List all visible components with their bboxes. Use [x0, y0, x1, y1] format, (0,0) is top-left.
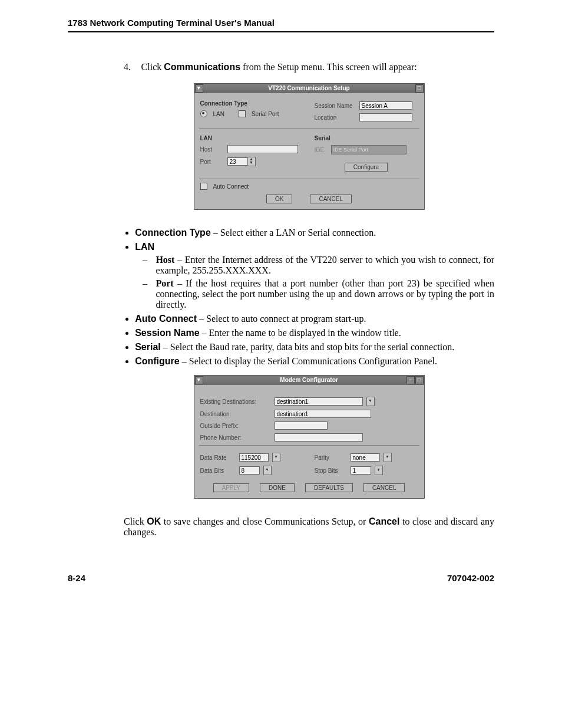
session-name-label: Session Name — [315, 103, 356, 109]
chevron-down-icon[interactable]: ▼ — [272, 453, 280, 462]
port-label: Port — [200, 159, 224, 165]
configure-button[interactable]: Configure — [345, 163, 388, 172]
list-item: LAN Host – Enter the Internet address of… — [135, 242, 494, 310]
list-item: Connection Type – Select either a LAN or… — [135, 228, 494, 238]
stop-bits-select[interactable] — [351, 466, 371, 475]
list-item: Session Name – Enter the name to be disp… — [135, 328, 494, 338]
radio-lan-label: LAN — [213, 111, 224, 117]
chevron-down-icon[interactable]: ▼ — [366, 397, 375, 406]
chevron-down-icon[interactable]: ▼ — [375, 466, 383, 475]
cancel-button[interactable]: CANCEL — [363, 483, 405, 492]
term: Connection Type — [135, 228, 211, 238]
definition: – Select to auto connect at program star… — [197, 314, 366, 324]
ok-button[interactable]: OK — [266, 195, 292, 203]
definition: – Enter the Internet address of the VT22… — [156, 255, 494, 275]
host-label: Host — [200, 146, 224, 153]
list-item: Port – If the host requires that a port … — [156, 278, 494, 310]
cancel-button[interactable]: CANCEL — [310, 195, 352, 203]
data-bits-select[interactable] — [239, 466, 260, 475]
screenshot-modem-configurator: ▾ Modem Configurator – □ Existing Destin… — [194, 375, 425, 499]
data-rate-label: Data Rate — [200, 454, 236, 461]
running-header: 1783 Network Computing Terminal User's M… — [68, 18, 494, 32]
step-line: 4. Click Communications from the Setup m… — [124, 62, 494, 73]
destination-label: Destination: — [200, 411, 271, 417]
term: Serial — [135, 342, 161, 352]
phone-number-label: Phone Number: — [200, 434, 271, 441]
term: LAN — [135, 242, 154, 252]
done-button[interactable]: DONE — [260, 483, 295, 492]
list-item: Serial – Select the Baud rate, parity, d… — [135, 342, 494, 353]
text: to save changes and close Communications… — [161, 516, 369, 526]
parity-select[interactable] — [351, 453, 380, 462]
stop-bits-label: Stop Bits — [315, 467, 347, 474]
window-title: Modem Configurator — [280, 377, 338, 383]
definition: – Select to display the Serial Communica… — [180, 356, 437, 366]
list-item: Host – Enter the Internet address of the… — [156, 255, 494, 276]
closing-paragraph: Click OK to save changes and close Commu… — [124, 516, 494, 538]
port-input[interactable] — [227, 157, 248, 166]
doc-number: 707042-002 — [447, 573, 494, 583]
defaults-button[interactable]: DEFAULTS — [305, 483, 353, 492]
term: Port — [156, 278, 173, 288]
term: Host — [156, 255, 174, 265]
radio-serial-label: Serial Port — [252, 111, 279, 117]
window-title-bar: ▾ VT220 Communication Setup □ — [194, 84, 424, 93]
destination-input[interactable] — [275, 410, 371, 418]
session-name-input[interactable] — [359, 101, 412, 110]
maximize-icon: □ — [415, 376, 424, 384]
maximize-icon: □ — [415, 84, 424, 93]
host-input[interactable] — [227, 145, 298, 153]
definition: – Enter the name to be displayed in the … — [200, 328, 401, 338]
chevron-down-icon[interactable]: ▼ — [384, 453, 392, 462]
text-bold: Cancel — [369, 516, 399, 526]
chevron-down-icon[interactable]: ▼ — [263, 466, 272, 475]
window-title: VT220 Communication Setup — [268, 85, 349, 91]
list-item: Configure – Select to display the Serial… — [135, 356, 494, 367]
location-input[interactable] — [359, 113, 412, 121]
connection-type-label: Connection Type — [200, 100, 304, 107]
radio-lan[interactable] — [200, 110, 207, 117]
auto-connect-checkbox[interactable] — [200, 183, 207, 190]
phone-number-input[interactable] — [275, 433, 363, 442]
serial-ide-label: IDE — [315, 147, 328, 153]
list-item: Auto Connect – Select to auto connect at… — [135, 314, 494, 324]
existing-dest-select[interactable] — [275, 397, 363, 406]
existing-dest-label: Existing Destinations: — [200, 398, 271, 405]
radio-serial[interactable] — [239, 110, 246, 117]
sysmenu-icon: ▾ — [195, 84, 203, 93]
port-spinner[interactable]: ▲▼ — [248, 157, 256, 166]
outside-prefix-input[interactable] — [275, 421, 328, 430]
auto-connect-label: Auto Connect — [213, 183, 249, 190]
serial-group-label: Serial — [315, 135, 418, 141]
term: Session Name — [135, 328, 199, 338]
page-number: 8-24 — [68, 573, 85, 583]
text: Click — [124, 516, 147, 526]
text-bold: OK — [147, 516, 161, 526]
term: Auto Connect — [135, 314, 197, 324]
step-post: from the Setup menu. This screen will ap… — [240, 62, 417, 72]
sysmenu-icon: ▾ — [195, 376, 203, 384]
window-title-bar: ▾ Modem Configurator – □ — [194, 375, 424, 385]
data-rate-select[interactable] — [239, 453, 269, 462]
definition: – If the host requires that a port numbe… — [156, 278, 494, 309]
term: Configure — [135, 356, 180, 366]
definition-list: Connection Type – Select either a LAN or… — [124, 228, 494, 367]
serial-port-select: IDE Serial Port — [331, 145, 406, 154]
data-bits-label: Data Bits — [200, 467, 236, 474]
definition: – Select the Baud rate, parity, data bit… — [161, 342, 454, 352]
parity-label: Parity — [315, 454, 347, 461]
apply-button: APPLY — [213, 483, 250, 492]
step-bold: Communications — [164, 62, 240, 72]
screenshot-vt220-setup: ▾ VT220 Communication Setup □ Connection… — [194, 83, 425, 210]
lan-group-label: LAN — [200, 135, 304, 141]
step-number: 4. — [124, 62, 139, 73]
definition: – Select either a LAN or Serial connecti… — [211, 228, 376, 238]
minimize-icon: – — [406, 376, 415, 384]
step-pre: Click — [141, 62, 164, 72]
location-label: Location — [315, 114, 356, 121]
outside-prefix-label: Outside Prefix: — [200, 423, 271, 429]
